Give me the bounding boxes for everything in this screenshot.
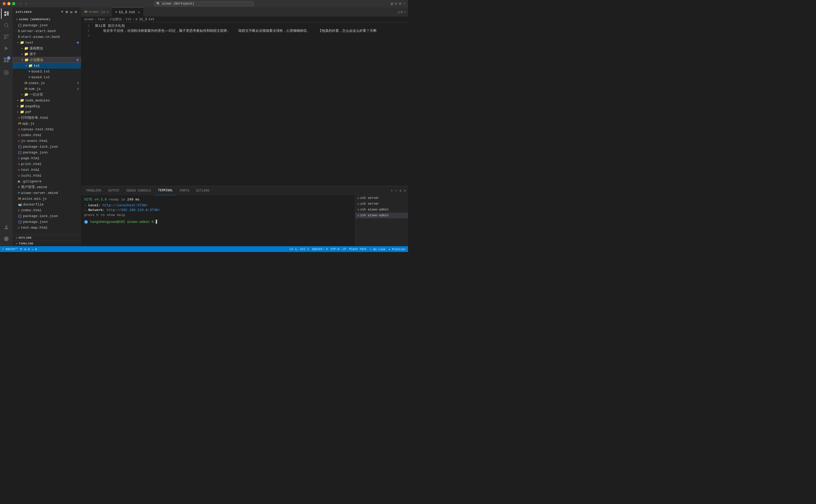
new-folder-icon[interactable]: ⊕ [65,9,69,15]
tree-item-test-html[interactable]: ◇ test.html [13,167,81,173]
remote-activity-icon[interactable] [1,67,12,78]
spaces-status[interactable]: Spaces: 4 [312,248,327,251]
search-activity-icon[interactable] [1,20,12,30]
errors-status[interactable]: ⊗ 0 [24,248,30,251]
source-control-activity-icon[interactable] [1,32,12,42]
tree-item-sum-js[interactable]: JS sum.js U [13,86,81,92]
tab-ports[interactable]: PORTS [177,186,192,195]
tab-order-js[interactable]: JS order.js M [81,7,112,17]
tab-close-button[interactable]: ✕ [138,10,140,14]
encoding-status[interactable]: UTF-8 [331,248,339,251]
close-button[interactable] [3,2,6,5]
refresh-icon[interactable]: ↻ [70,9,73,15]
accounts-activity-icon[interactable] [1,222,12,233]
tree-item-index-js[interactable]: JS index.js U [13,80,81,86]
tree-item-package3-json[interactable]: {} package.json [13,219,81,225]
tree-item-page-html[interactable]: ◇ page.html [13,155,81,161]
terminal-session-4[interactable]: ⊡ zsh aiowo-admin [355,213,408,218]
terminal-session-1[interactable]: ⊡ zsh server [355,195,408,201]
maximize-button[interactable] [12,2,15,5]
tab-debug[interactable]: DEBUG CONSOLE [123,186,154,195]
tab-11_3-txt[interactable]: ≡ 11_3.txt ✕ [112,7,143,17]
tree-item-canvas[interactable]: ◇ canvas-test.html [13,126,81,132]
tree-item-start-aiowo[interactable]: $ start-aiowo.cn.bash [13,34,81,40]
terminal-session-2[interactable]: ⊡ zsh server [355,201,408,207]
tree-item-pdf[interactable]: ▸ 📁 pdf [13,109,81,115]
tree-item-package-lock[interactable]: {} package-lock.json [13,144,81,150]
tree-item-axios[interactable]: JS axios.min.js [13,196,81,202]
tree-item-node-modules[interactable]: ▸ 📁 node_modules [13,97,81,103]
tree-item-package-json2[interactable]: {} package.json [13,150,81,155]
line-ending-status[interactable]: LF [342,248,346,251]
explorer-activity-icon[interactable] [1,8,12,19]
tab-terminal[interactable]: TERMINAL [155,186,176,195]
code-area[interactable]: 第11章 首日大礼包 坐在车子后排，冷清秋冷静着窗外的景色——闪过，脑子里思考着… [93,22,408,186]
more-icon[interactable]: ⋯ [403,2,405,6]
tree-item-js-event[interactable]: ◇ js-event.html [13,138,81,144]
tree-item-spectrum[interactable]: ▸ 📁 谱子 [13,51,81,57]
tree-item-print2-html[interactable]: ◇ print.html [13,161,81,167]
tree-item-print-html[interactable]: ◇ 打印报价单.html [13,115,81,121]
tree-item-index-html[interactable]: ◇ index.html [13,132,81,138]
line-col-status[interactable]: Ln 1, Col 1 [290,248,309,251]
breadcrumb-novel[interactable]: 小说爬虫 [109,17,122,22]
new-file-icon[interactable]: + [60,9,64,15]
network-url[interactable]: http://192.168.124.6:3730/ [107,208,160,212]
tree-item-package-json[interactable]: {} package.json [13,22,81,28]
tree-item-aiowo-xmind[interactable]: ≡ aiowo-server.xmind [13,190,81,196]
split-icon[interactable]: ⊞ [399,2,401,6]
panel-close-icon[interactable]: ✕ [404,188,406,193]
add-terminal-button[interactable]: + [390,189,393,193]
run-activity-icon[interactable] [1,43,12,54]
local-url[interactable]: http://localhost:3730/ [102,203,148,207]
branch-status[interactable]: ⑂ master* [2,248,18,251]
go-live-status[interactable]: ⚡ Go Live [370,248,385,251]
tree-item-index2-html[interactable]: ◇ index.html [13,207,81,213]
breadcrumb-test[interactable]: test [97,18,105,21]
extensions-activity-icon[interactable]: 3 [1,55,12,65]
breadcrumb-txt[interactable]: txt [126,18,131,21]
terminal-session-3[interactable]: ⊡ zsh aiowo-admin [355,207,408,213]
tree-item-app-js[interactable]: JS app.js [13,121,81,126]
tree-item-package-lock2[interactable]: {} package-lock.json [13,213,81,219]
tab-gitlens[interactable]: GITLENS [193,186,212,195]
tree-item-test-map[interactable]: ◇ test-map.html [13,225,81,230]
tab-problems[interactable]: PROBLEMS [83,186,105,195]
panel-collapse-icon[interactable]: ∧ [399,188,401,193]
workspace-header[interactable]: ▾ AIOWO (WORKSPACE) [13,17,81,22]
terminal-main[interactable]: VITE v4.3.9 ready in 249 ms → Local: htt… [81,195,355,246]
sidebar-toggle-icon[interactable]: ▤ [391,2,393,6]
more-panel-icon[interactable]: ⋯ [395,188,397,193]
collapse-all-icon[interactable]: ⊖ [74,9,78,15]
minimize-button[interactable] [7,2,11,5]
tree-item-book3[interactable]: ≡ book3.txt [13,69,81,74]
tree-item-book4[interactable]: ≡ book4.txt [13,74,81,80]
prettier-status[interactable]: ✦ Prettier [388,248,406,251]
forward-button[interactable]: › [24,1,28,6]
tree-item-novel[interactable]: ▾ 📁 小说爬虫 [13,57,81,63]
timeline-section[interactable]: ▸ TIMELINE [13,240,81,246]
tree-item-pagebig[interactable]: ▸ 📁 pageBig [13,103,81,109]
tree-item-test[interactable]: ▾ 📁 test [13,40,81,45]
breadcrumb-file[interactable]: ≡ 11_3.txt [135,18,154,21]
back-button[interactable]: ‹ [18,1,23,6]
tree-item-zuzhi[interactable]: ◇ zuzhi.html [13,173,81,178]
history-icon[interactable]: ↺ [398,10,400,14]
tree-item-gitignore[interactable]: ◉ .gitignore [13,178,81,184]
settings-activity-icon[interactable] [1,234,12,244]
tree-item-txt[interactable]: ▾ 📁 txt [13,63,81,69]
outline-section[interactable]: ▸ OUTLINE [13,235,81,240]
tree-item-dockerfile[interactable]: 🐋 dockerfile [13,202,81,207]
sync-status[interactable]: ⟳ [20,248,22,251]
layout-icon[interactable]: ⊡ [395,2,397,6]
tab-output[interactable]: OUTPUT [105,186,123,195]
tree-item-manga[interactable]: ▸ 📁 漫画爬虫 [13,45,81,51]
warnings-status[interactable]: ⚠ 0 [32,248,37,251]
tree-item-server-start[interactable]: $ server-start.bash [13,28,81,34]
search-bar[interactable]: 🔍 aiowo (Workspace) [154,1,254,6]
split-editor-icon[interactable]: ⊟ [400,10,403,14]
breadcrumb-aiowo[interactable]: aiowo [84,18,94,21]
tree-item-yiyi[interactable]: ▸ 📁 一亿分页 [13,92,81,97]
tree-item-user-xmind[interactable]: ≡ 用户管理.xmind [13,184,81,190]
language-status[interactable]: Plain Text [349,248,367,251]
